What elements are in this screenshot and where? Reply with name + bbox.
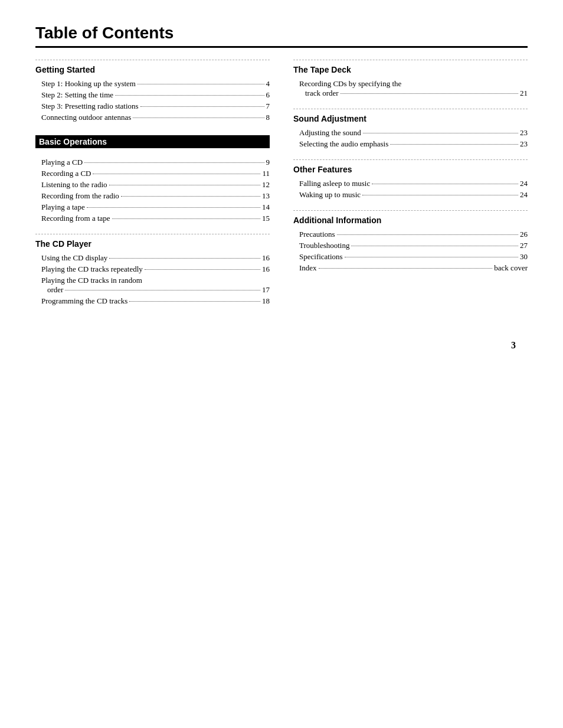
dot-leaders [87, 207, 260, 208]
dot-leaders [363, 133, 518, 133]
dot-leaders [351, 246, 518, 246]
list-item: Recording a CD 11 [35, 169, 270, 178]
entry-text: Step 1: Hooking up the system [41, 79, 136, 89]
list-item: Index back cover [293, 263, 528, 273]
page-num: 14 [262, 203, 270, 212]
dot-leaders [84, 162, 264, 163]
page-num: 23 [520, 139, 528, 149]
list-item: Step 2: Setting the time 6 [35, 90, 270, 100]
dot-leaders [341, 93, 518, 94]
section-cd-player: The CD Player Using the CD display 16 Pl… [35, 234, 270, 306]
dot-leaders [345, 257, 518, 257]
entry-text: Precautions [299, 230, 335, 239]
entry-text: Troubleshooting [299, 241, 349, 250]
section-other-features: Other Features Falling asleep to music 2… [293, 159, 528, 200]
page-num: 26 [520, 230, 528, 239]
list-item: Recording CDs by specifying the track or… [293, 79, 528, 98]
list-item: Troubleshooting 27 [293, 241, 528, 250]
page-num: 15 [262, 214, 270, 223]
list-item: Playing the CD tracks repeatedly 16 [35, 265, 270, 274]
section-heading-cd-player: The CD Player [35, 239, 270, 249]
entry-text: Programming the CD tracks [41, 296, 127, 306]
entry-text: Step 2: Setting the time [41, 90, 113, 100]
list-item: Using the CD display 16 [35, 253, 270, 263]
entry-text: Specifications [299, 252, 343, 262]
page-num: 8 [266, 113, 270, 122]
entry-text: Recording a CD [41, 169, 91, 178]
entry-text-line2: order [41, 285, 63, 295]
entry-text: Adjusting the sound [299, 128, 361, 138]
dot-leaders [112, 218, 260, 219]
entry-text-line2-row: track order 21 [299, 89, 528, 98]
page-num: 6 [266, 90, 270, 100]
dot-leaders [121, 196, 260, 197]
entry-text-line2: track order [299, 89, 339, 98]
entry-text-line2-row: order 17 [41, 285, 270, 295]
dot-leaders [145, 269, 260, 270]
list-item: Adjusting the sound 23 [293, 128, 528, 138]
page-num: 24 [520, 190, 528, 200]
list-item: Programming the CD tracks 18 [35, 296, 270, 306]
entry-text-line1: Playing the CD tracks in random [41, 276, 270, 285]
section-getting-started: Getting Started Step 1: Hooking up the s… [35, 60, 270, 122]
page-num: 13 [262, 191, 270, 201]
entry-text: Index [299, 263, 317, 273]
entry-text: Waking up to music [299, 190, 361, 200]
dot-leaders [362, 195, 518, 195]
page-num: 7 [266, 102, 270, 111]
page-num: 16 [262, 265, 270, 274]
page-title: Table of Contents [35, 24, 528, 48]
page-num: 24 [520, 179, 528, 188]
page-number: 3 [35, 340, 528, 351]
page-num: 30 [520, 252, 528, 262]
entry-text: Recording from the radio [41, 191, 119, 201]
dot-leaders [109, 185, 260, 185]
dot-leaders [65, 290, 260, 290]
section-heading-tape-deck: The Tape Deck [293, 65, 528, 74]
list-item: Specifications 30 [293, 252, 528, 262]
section-heading-basic-operations: Basic Operations [35, 135, 270, 148]
entry-text: Selecting the audio emphasis [299, 139, 388, 149]
page-num: 18 [262, 296, 270, 306]
page-num: 17 [262, 285, 270, 295]
page-num: 23 [520, 128, 528, 138]
list-item: Step 3: Presetting radio stations 7 [35, 102, 270, 111]
entry-text: Playing a tape [41, 203, 85, 212]
entry-text-line1: Recording CDs by specifying the [299, 79, 528, 89]
entry-text: Listening to the radio [41, 180, 107, 190]
section-heading-other-features: Other Features [293, 165, 528, 174]
dot-leaders [319, 268, 493, 269]
list-item: Playing a tape 14 [35, 203, 270, 212]
page-num: 12 [262, 180, 270, 190]
entry-text: Falling asleep to music [299, 179, 370, 188]
section-heading-sound-adjustment: Sound Adjustment [293, 114, 528, 123]
section-basic-operations: Basic Operations Playing a CD 9 Recordin… [35, 133, 270, 223]
page-num: 27 [520, 241, 528, 250]
dot-leaders [140, 106, 264, 107]
page-num: 11 [262, 169, 270, 178]
dot-leaders [138, 84, 264, 84]
entry-text: Recording from a tape [41, 214, 110, 223]
dot-leaders [129, 301, 260, 302]
dot-leaders [337, 234, 518, 235]
right-column: The Tape Deck Recording CDs by specifyin… [293, 54, 528, 316]
dot-leaders [115, 95, 264, 96]
left-column: Getting Started Step 1: Hooking up the s… [35, 54, 270, 316]
page-num: 9 [266, 158, 270, 167]
list-item: Falling asleep to music 24 [293, 179, 528, 188]
list-item: Listening to the radio 12 [35, 180, 270, 190]
list-item: Playing the CD tracks in random order 17 [35, 276, 270, 295]
page-num: 4 [266, 79, 270, 89]
section-sound-adjustment: Sound Adjustment Adjusting the sound 23 … [293, 109, 528, 149]
entry-text: Playing the CD tracks repeatedly [41, 265, 143, 274]
list-item: Recording from the radio 13 [35, 191, 270, 201]
dot-leaders [390, 144, 518, 145]
list-item: Waking up to music 24 [293, 190, 528, 200]
section-heading-getting-started: Getting Started [35, 65, 270, 74]
page-num: back cover [494, 263, 528, 273]
page-num: 21 [520, 89, 528, 98]
dot-leaders [372, 184, 518, 184]
entry-text: Playing a CD [41, 158, 83, 167]
section-additional-information: Additional Information Precautions 26 Tr… [293, 210, 528, 273]
list-item: Connecting outdoor antennas 8 [35, 113, 270, 122]
